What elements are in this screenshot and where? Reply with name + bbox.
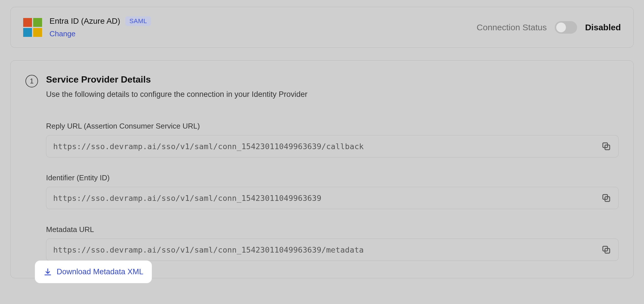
- field-box: https://sso.devramp.ai/sso/v1/saml/conn_…: [46, 135, 619, 157]
- connection-status-value: Disabled: [585, 23, 621, 32]
- field-box: https://sso.devramp.ai/sso/v1/saml/conn_…: [46, 187, 619, 209]
- connection-header-card: Entra ID (Azure AD) SAML Change Connecti…: [10, 7, 634, 48]
- field-value: https://sso.devramp.ai/sso/v1/saml/conn_…: [53, 194, 321, 203]
- field-identifier: Identifier (Entity ID) https://sso.devra…: [46, 173, 619, 209]
- fields-container: Reply URL (Assertion Consumer Service UR…: [46, 122, 619, 261]
- service-provider-details-card: 1 Service Provider Details Use the follo…: [10, 60, 634, 278]
- connection-status-toggle[interactable]: [555, 21, 577, 34]
- copy-icon[interactable]: [601, 245, 611, 255]
- field-value: https://sso.devramp.ai/sso/v1/saml/conn_…: [53, 142, 364, 151]
- connection-status-label: Connection Status: [477, 23, 547, 32]
- section-description: Use the following details to configure t…: [46, 90, 619, 99]
- field-value: https://sso.devramp.ai/sso/v1/saml/conn_…: [53, 245, 364, 254]
- toggle-knob: [556, 23, 566, 32]
- header-titles: Entra ID (Azure AD) SAML Change: [49, 16, 151, 38]
- microsoft-logo-icon: [23, 18, 42, 37]
- field-label: Reply URL (Assertion Consumer Service UR…: [46, 122, 619, 131]
- download-icon: [43, 268, 52, 276]
- download-metadata-label: Download Metadata XML: [57, 267, 143, 276]
- field-label: Identifier (Entity ID): [46, 173, 619, 182]
- copy-icon[interactable]: [601, 193, 611, 203]
- header-right: Connection Status Disabled: [477, 21, 621, 34]
- download-metadata-link[interactable]: Download Metadata XML: [35, 261, 152, 283]
- protocol-badge: SAML: [125, 16, 151, 26]
- provider-name: Entra ID (Azure AD): [49, 17, 120, 26]
- header-left: Entra ID (Azure AD) SAML Change: [23, 16, 151, 38]
- step-number-badge: 1: [25, 75, 38, 87]
- field-label: Metadata URL: [46, 225, 619, 234]
- provider-title-row: Entra ID (Azure AD) SAML: [49, 16, 151, 26]
- step-content: Service Provider Details Use the followi…: [46, 74, 619, 261]
- step-row: 1 Service Provider Details Use the follo…: [25, 74, 619, 261]
- field-metadata-url: Metadata URL https://sso.devramp.ai/sso/…: [46, 225, 619, 261]
- section-title: Service Provider Details: [46, 74, 619, 85]
- copy-icon[interactable]: [601, 141, 611, 151]
- field-box: https://sso.devramp.ai/sso/v1/saml/conn_…: [46, 239, 619, 261]
- change-provider-link[interactable]: Change: [49, 29, 151, 38]
- field-reply-url: Reply URL (Assertion Consumer Service UR…: [46, 122, 619, 157]
